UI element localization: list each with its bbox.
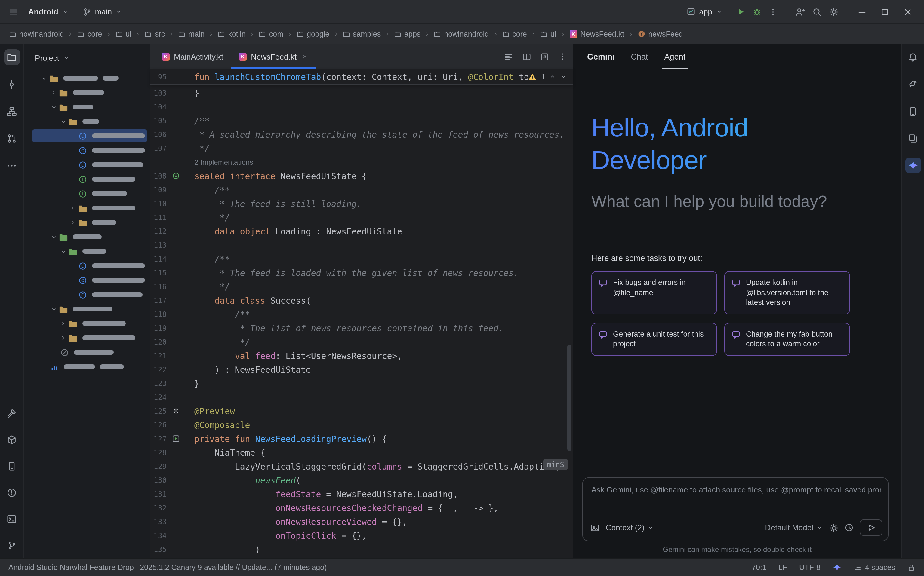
write-access-lock-icon[interactable] [907, 563, 916, 571]
gemini-task-card[interactable]: Generate a unit test for this project [591, 323, 717, 356]
breadcrumb-item[interactable]: core [75, 29, 104, 39]
device-manager-tool-button[interactable] [4, 458, 19, 474]
project-tree-row[interactable]: C [24, 158, 150, 172]
project-tree-row[interactable] [24, 215, 150, 230]
project-tree-row[interactable] [24, 244, 150, 259]
pull-requests-tool-button[interactable] [4, 130, 19, 146]
vcs-branch-selector[interactable]: main [79, 5, 127, 19]
file-encoding[interactable]: UTF-8 [799, 563, 820, 571]
breadcrumb-item[interactable]: core [500, 29, 529, 39]
project-tree-row[interactable] [24, 71, 150, 85]
project-tree-row[interactable]: I [24, 172, 150, 186]
editor-options-icon[interactable] [558, 52, 567, 61]
send-button[interactable] [860, 520, 882, 536]
line-separator[interactable]: LF [778, 563, 787, 571]
problems-tool-button[interactable] [4, 485, 19, 500]
notifications-button[interactable] [905, 49, 921, 65]
open-files-list-icon[interactable] [504, 52, 513, 61]
breadcrumb-item[interactable]: ui [114, 29, 133, 39]
breadcrumb-item[interactable]: nowinandroid [7, 29, 66, 39]
gradle-tool-button[interactable] [905, 76, 921, 92]
run-configuration-selector[interactable]: app [682, 5, 727, 19]
breadcrumb-item[interactable]: ui [538, 29, 558, 39]
project-tree-row[interactable] [24, 100, 150, 114]
inspections-widget[interactable]: 1 [528, 72, 567, 81]
chevron-right-icon[interactable] [58, 335, 68, 341]
breadcrumb-item[interactable]: fnewsFeed [636, 29, 685, 39]
packages-tool-button[interactable] [4, 432, 19, 447]
maximize-button[interactable] [877, 4, 893, 19]
chevron-down-icon[interactable] [39, 75, 49, 82]
breadcrumb-item[interactable]: KNewsFeed.kt [568, 29, 626, 39]
project-tree-row[interactable] [24, 85, 150, 100]
structure-tool-button[interactable] [4, 103, 19, 119]
minimize-button[interactable] [854, 4, 870, 19]
chevron-right-icon[interactable] [49, 90, 58, 96]
project-tree-row[interactable] [24, 345, 150, 360]
caret-position[interactable]: 70:1 [752, 563, 766, 571]
project-tree-row[interactable]: C [24, 273, 150, 287]
breadcrumb-item[interactable]: samples [341, 29, 383, 39]
commit-tool-button[interactable] [4, 76, 19, 92]
chevron-down-icon[interactable] [49, 104, 58, 110]
gemini-tab-gemini[interactable]: Gemini [587, 45, 615, 69]
editor-scrollbar[interactable] [567, 344, 572, 451]
breadcrumb-item[interactable]: src [143, 29, 167, 39]
project-tool-button[interactable] [4, 49, 19, 65]
project-selector[interactable]: Android [24, 5, 73, 19]
implementations-gutter-icon[interactable] [169, 172, 182, 180]
history-icon[interactable] [845, 523, 854, 532]
gemini-status-icon[interactable] [833, 563, 842, 572]
gemini-tab-chat[interactable]: Chat [631, 45, 648, 69]
project-panel-header[interactable]: Project [24, 45, 150, 71]
project-tree-row[interactable]: C [24, 287, 150, 302]
previous-problem-icon[interactable] [549, 74, 556, 80]
settings-gear-icon[interactable] [829, 7, 839, 16]
project-tree-row[interactable] [24, 201, 150, 215]
project-tree-row[interactable] [24, 360, 150, 374]
layout-inspector-tool-button[interactable] [905, 130, 921, 146]
project-tree-row[interactable]: C [24, 143, 150, 158]
project-tree-row[interactable]: C [24, 259, 150, 273]
gemini-task-card[interactable]: Update kotlin in @libs.version.toml to t… [724, 271, 850, 314]
split-editor-icon[interactable] [522, 52, 531, 61]
search-everywhere-icon[interactable] [812, 7, 822, 16]
breadcrumb-item[interactable]: google [295, 29, 331, 39]
terminal-tool-button[interactable] [4, 511, 19, 527]
preview-gutter-icon[interactable] [169, 435, 182, 443]
gemini-settings-icon[interactable] [829, 523, 839, 533]
project-tree-row[interactable]: C [24, 129, 150, 143]
breadcrumb-item[interactable]: com [257, 29, 285, 39]
chevron-right-icon[interactable] [68, 205, 78, 211]
indent-setting[interactable]: 4 spaces [854, 563, 895, 571]
debug-button[interactable] [753, 7, 762, 16]
status-message[interactable]: Android Studio Narwhal Feature Drop | 20… [8, 563, 327, 571]
device-explorer-tool-button[interactable] [905, 103, 921, 119]
breadcrumb-item[interactable]: kotlin [216, 29, 247, 39]
breadcrumb-item[interactable]: nowinandroid [432, 29, 490, 39]
code-viewport[interactable]: 103}104105/**106 * A sealed hierarchy de… [151, 85, 573, 558]
chevron-right-icon[interactable] [68, 219, 78, 226]
chevron-down-icon[interactable] [58, 248, 68, 254]
gear-gutter-icon[interactable] [169, 407, 182, 415]
run-button[interactable] [736, 7, 745, 16]
add-user-icon[interactable] [795, 7, 805, 16]
project-tree-row[interactable] [24, 302, 150, 316]
gemini-task-card[interactable]: Change the my fab button colors to a war… [724, 323, 850, 356]
close-button[interactable] [900, 4, 916, 19]
chevron-right-icon[interactable] [58, 320, 68, 326]
chevron-down-icon[interactable] [49, 234, 58, 240]
build-tool-button[interactable] [4, 405, 19, 421]
main-menu-icon[interactable] [8, 7, 18, 16]
model-selector[interactable]: Default Model [765, 523, 823, 532]
project-tree-row[interactable] [24, 316, 150, 331]
running-devices-icon[interactable] [540, 52, 549, 61]
context-selector[interactable]: Context (2) [606, 523, 654, 532]
attach-image-icon[interactable] [590, 523, 600, 533]
more-tool-windows-button[interactable] [4, 158, 19, 173]
project-tree-row[interactable]: I [24, 186, 150, 201]
more-actions-icon[interactable] [769, 8, 777, 16]
chevron-down-icon[interactable] [49, 306, 58, 312]
gemini-tool-button[interactable] [905, 158, 921, 173]
breadcrumb-item[interactable]: apps [392, 29, 422, 39]
